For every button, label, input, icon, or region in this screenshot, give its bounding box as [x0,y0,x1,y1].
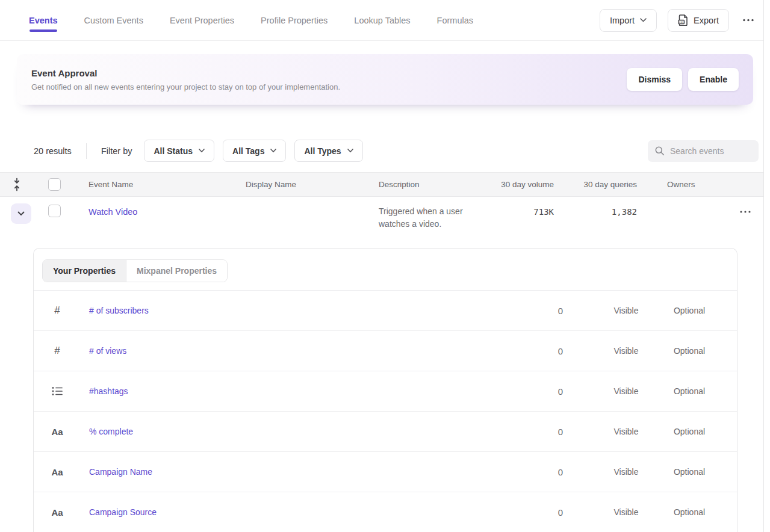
results-count: 20 results [34,146,72,156]
collapse-all-button[interactable] [10,175,23,194]
banner-subtitle: Get notified on all new events entering … [31,82,340,91]
select-all-checkbox[interactable] [48,178,61,191]
filter-by-label: Filter by [101,146,132,156]
property-name-link[interactable]: # of subscribers [89,306,515,315]
number-type-icon: # [50,345,64,357]
properties-list: # # of subscribers 0 Visible Optional # … [34,291,737,532]
property-volume: 0 [515,306,596,316]
status-filter-dropdown[interactable]: All Status [144,140,214,162]
tab-formulas[interactable]: Formulas [437,0,473,40]
export-button[interactable]: csv Export [668,9,729,32]
scrollbar-track[interactable] [763,0,770,532]
number-type-icon: # [50,305,64,317]
property-row: Aa Campaign Name 0 Visible Optional [34,452,737,492]
property-volume: 0 [515,507,596,518]
property-row: # # of subscribers 0 Visible Optional [34,291,737,331]
types-filter-dropdown[interactable]: All Types [294,140,362,162]
row-checkbox[interactable] [48,205,61,217]
banner-text: Event Approval Get notified on all new e… [31,68,340,91]
tab-event-properties-label: Event Properties [170,16,234,25]
property-row: Aa % complete 0 Visible Optional [34,412,737,452]
import-button[interactable]: Import [600,9,657,32]
property-row: Aa Campaign Source 0 Visible Optional [34,492,737,532]
tab-mixpanel-properties[interactable]: Mixpanel Properties [126,260,227,282]
property-visibility: Visible [596,346,656,356]
collapse-row-button[interactable] [11,203,31,224]
text-type-glyph: Aa [51,467,63,477]
property-requirement: Optional [656,346,722,356]
property-requirement: Optional [656,386,722,396]
table-header: Event Name Display Name Description 30 d… [0,172,770,197]
text-type-icon: Aa [50,507,64,518]
chevron-down-icon [270,149,276,153]
table-row: Watch Video Triggered when a user watche… [0,197,770,248]
svg-text:csv: csv [679,20,685,23]
property-volume: 0 [515,386,596,397]
text-type-icon: Aa [50,467,64,477]
property-name-link[interactable]: Campaign Source [89,507,515,517]
more-dots-icon [740,211,751,213]
dismiss-button[interactable]: Dismiss [627,68,682,91]
enable-button[interactable]: Enable [688,68,739,91]
more-dots-icon [742,19,754,22]
search-input[interactable] [670,146,752,156]
event-30-day-volume: 713K [494,207,554,217]
property-requirement: Optional [656,507,722,517]
tab-profile-properties[interactable]: Profile Properties [261,0,328,40]
column-header-display-name[interactable]: Display Name [246,180,379,189]
text-type-glyph: Aa [51,427,63,437]
tab-lookup-tables[interactable]: Lookup Tables [354,0,410,40]
search-icon [654,146,665,156]
tab-lookup-tables-label: Lookup Tables [354,16,410,25]
property-visibility: Visible [596,427,656,436]
tab-your-properties[interactable]: Your Properties [43,260,126,282]
tab-custom-events[interactable]: Custom Events [84,0,143,40]
tags-filter-dropdown[interactable]: All Tags [223,140,286,162]
property-name-link[interactable]: # of views [89,346,515,356]
property-visibility: Visible [596,507,656,517]
banner-actions: Dismiss Enable [627,68,739,91]
column-header-owners[interactable]: Owners [637,180,720,189]
column-header-30-day-queries[interactable]: 30 day queries [554,180,637,189]
property-name-link[interactable]: % complete [89,427,515,436]
chevron-down-icon [640,18,647,22]
property-requirement: Optional [656,306,722,315]
event-properties-panel: Your Properties Mixpanel Properties # # … [33,248,737,532]
nav-tabs: Events Custom Events Event Properties Pr… [29,0,473,40]
property-visibility: Visible [596,467,656,477]
import-button-label: Import [610,16,635,25]
property-visibility: Visible [596,306,656,315]
tab-formulas-label: Formulas [437,16,473,25]
tab-events[interactable]: Events [29,0,58,40]
more-options-button[interactable] [740,16,757,24]
tab-custom-events-label: Custom Events [84,16,143,25]
column-header-event-name[interactable]: Event Name [88,180,246,189]
tab-event-properties[interactable]: Event Properties [170,0,234,40]
row-more-options-button[interactable] [737,208,753,215]
text-type-glyph: Aa [51,507,63,518]
column-header-description[interactable]: Description [379,180,494,189]
export-button-label: Export [694,16,719,25]
property-requirement: Optional [656,427,722,436]
search-box[interactable] [648,140,759,162]
property-volume: 0 [515,427,596,437]
number-type-glyph: # [54,345,60,357]
event-30-day-queries: 1,382 [554,207,637,217]
collapse-vertical-icon [13,178,21,191]
tab-events-label: Events [29,16,58,25]
properties-segmented-control: Your Properties Mixpanel Properties [42,259,228,282]
top-nav: Events Custom Events Event Properties Pr… [0,0,770,41]
event-name-link[interactable]: Watch Video [88,207,137,217]
text-type-icon: Aa [50,427,64,437]
status-filter-label: All Status [154,146,193,156]
property-name-link[interactable]: Campaign Name [89,467,515,477]
event-approval-banner: Event Approval Get notified on all new e… [17,54,753,105]
property-visibility: Visible [596,386,656,396]
types-filter-label: All Types [304,146,341,156]
event-description: Triggered when a user watches a video. [379,205,480,230]
column-header-30-day-volume[interactable]: 30 day volume [494,180,554,189]
chevron-down-icon [199,149,205,153]
property-requirement: Optional [656,467,722,477]
property-name-link[interactable]: #hashtags [89,386,515,396]
tags-filter-label: All Tags [232,146,264,156]
